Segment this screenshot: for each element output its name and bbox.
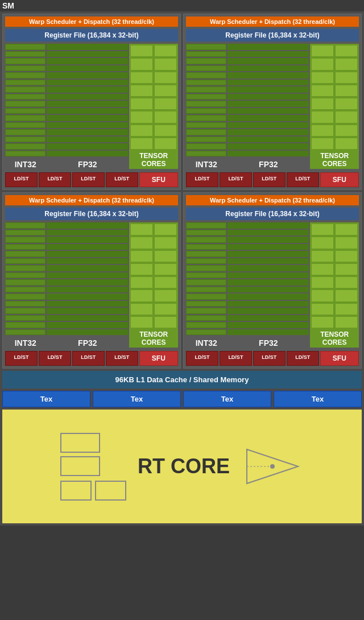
int32-cell [5,237,46,243]
fp32-cell [47,287,128,293]
register-file-1: Register File (16,384 x 32-bit) [5,29,178,42]
sfu-cell-3: SFU [139,351,178,366]
tensor-cell [311,111,334,123]
warp-scheduler-4: Warp Scheduler + Dispatch (32 thread/clk… [186,195,359,205]
tensor-cell [335,138,358,150]
fp32-col-1: FP32 [47,44,128,169]
fp32-cell [228,294,309,300]
tensor-cell [335,125,358,137]
fp32-cell [47,251,128,257]
fp32-cell [228,279,309,286]
int32-cell [186,65,226,72]
quadrant-3: Warp Scheduler + Dispatch (32 thread/clk… [2,192,181,369]
tex-cell-1: Tex [2,391,90,407]
fp32-cell [228,137,309,143]
fp32-cell [228,86,309,93]
int32-cell [186,151,226,157]
sfu-cell-1: SFU [139,172,178,187]
ldst-cell: LD/ST [106,172,138,187]
int32-cell [186,51,226,57]
int32-cell [5,222,46,229]
fp32-label-2: FP32 [228,158,309,169]
sm-container: Warp Scheduler + Dispatch (32 thread/clk… [0,11,364,526]
tensor-cell [154,290,177,301]
fp32-cell [228,44,309,50]
rt-core-label: RT CORE [138,454,230,478]
fp32-cell [228,308,309,314]
fp32-cell [47,94,128,100]
tex-cell-4: Tex [274,391,362,407]
fp32-cell [228,143,309,150]
tensor-cell [130,290,153,301]
int32-cell [186,301,226,307]
int32-cell [186,265,226,271]
tex-cell-3: Tex [183,391,271,407]
fp32-cell [47,115,128,121]
tensor-cell [335,237,358,249]
int32-cell [5,279,46,286]
int32-cell [5,230,46,236]
int32-cell [5,287,46,293]
fp32-cell [47,222,128,229]
fp32-cell [228,72,309,78]
ldst-row-2: LD/ST LD/ST LD/ST LD/ST SFU [186,172,359,187]
warp-scheduler-2: Warp Scheduler + Dispatch (32 thread/clk… [186,16,359,27]
tensor-cell [154,250,177,262]
int32-cell [5,115,46,121]
sfu-cell-2: SFU [320,172,359,187]
ldst-cell: LD/ST [106,351,138,366]
tensor-cell [154,85,177,97]
tensor-cell [130,276,153,288]
fp32-cell [47,51,128,57]
ldst-cell: LD/ST [72,172,105,187]
tensor-label-2: TENSORCORES [319,151,350,169]
int32-label-1: INT32 [5,158,46,169]
rt-box-3 [60,481,92,501]
tensor-cell [311,263,334,275]
fp32-cell [228,237,309,243]
tensor-cell [154,98,177,110]
fp32-cell [47,151,128,157]
fp32-cell [228,244,309,250]
cores-area-4: INT32 [186,222,359,348]
int32-cell [5,294,46,300]
ldst-row-1: LD/ST LD/ST LD/ST LD/ST SFU [5,172,178,187]
fp32-cell [47,279,128,286]
ldst-cell: LD/ST [287,351,319,366]
int32-cell [186,272,226,279]
int32-cell [186,322,226,328]
tensor-cell [335,276,358,288]
register-file-4: Register File (16,384 x 32-bit) [186,208,359,220]
sm-title: SM [0,0,364,11]
ldst-row-4: LD/ST LD/ST LD/ST LD/ST SFU [186,351,359,366]
int32-cell [186,115,226,121]
tensor-cell [154,45,177,57]
tensor-cell [154,72,177,84]
fp32-cell [228,65,309,72]
tensor-cell [154,263,177,275]
tensor-cell [311,138,334,150]
tensor-cell [311,250,334,262]
int32-cell [5,101,46,107]
fp32-cell [228,94,309,100]
int32-cell [186,58,226,64]
int32-cell [5,86,46,93]
ldst-cell: LD/ST [5,351,38,366]
int32-cell [5,108,46,114]
int32-cell [186,258,226,264]
ldst-cell: LD/ST [287,172,319,187]
fp32-cell [47,294,128,300]
int32-cell [186,251,226,257]
ldst-cell: LD/ST [72,351,105,366]
tensor-cell [311,85,334,97]
tensor-col-3: TENSORCORES [129,222,178,348]
int32-cell [5,151,46,157]
fp32-cell [47,308,128,314]
fp32-cell [228,222,309,229]
fp32-cell [228,329,309,336]
ldst-cell: LD/ST [253,172,286,187]
int32-cell [5,72,46,78]
fp32-cell [228,251,309,257]
int32-cell [186,244,226,250]
int32-cell [5,137,46,143]
